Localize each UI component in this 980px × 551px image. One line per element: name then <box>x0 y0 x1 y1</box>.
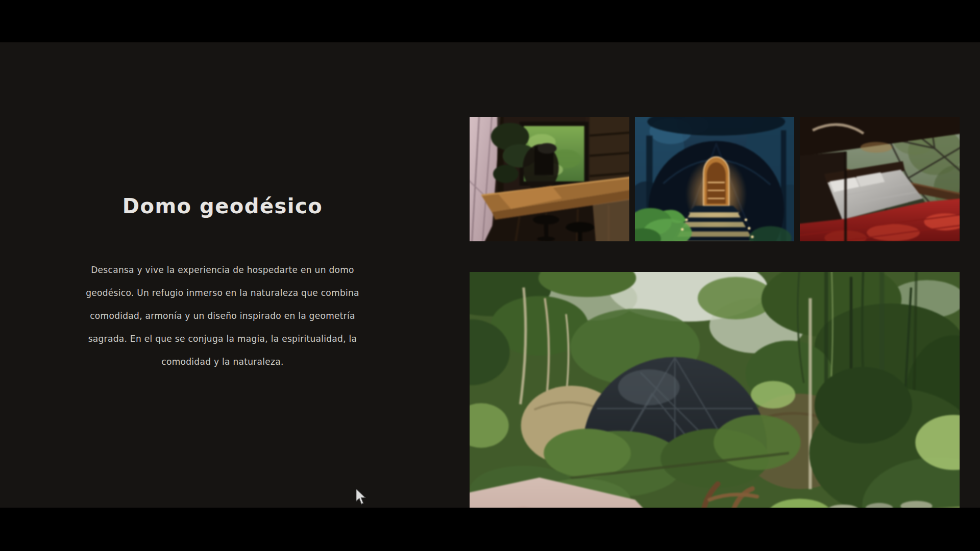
description-line: geodésico. Un refugio inmerso en la natu… <box>64 282 381 305</box>
description-line: comodidad, armonía y un diseño inspirado… <box>64 305 381 328</box>
letterbox-top <box>0 0 980 42</box>
dome-entrance-photo <box>635 117 795 241</box>
dome-interior-photo <box>470 117 629 241</box>
description-paragraph: Descansa y vive la experiencia de hosped… <box>64 259 381 373</box>
letterbox-bottom <box>0 508 980 551</box>
thumbnail-dome-entrance[interactable] <box>635 117 795 241</box>
screen: Domo geodésico Descansa y vive la experi… <box>0 0 980 551</box>
thumbnail-row <box>470 117 960 241</box>
mouse-cursor <box>354 489 368 505</box>
page-title: Domo geodésico <box>69 194 376 218</box>
dome-bedroom-photo <box>800 117 960 241</box>
description-line: sagrada. En el que se conjuga la magia, … <box>64 328 381 350</box>
description-line: Descansa y vive la experiencia de hosped… <box>64 259 381 282</box>
thumbnail-dome-bedroom[interactable] <box>800 117 960 241</box>
thumbnail-dome-interior[interactable] <box>470 117 629 241</box>
description-line: comodidad y la naturaleza. <box>64 350 381 373</box>
slide: Domo geodésico Descansa y vive la experi… <box>0 42 980 508</box>
